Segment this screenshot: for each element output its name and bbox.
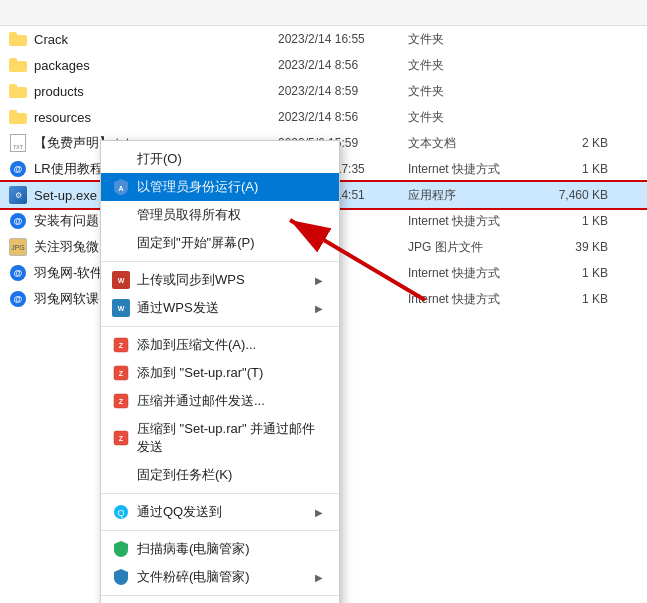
menu-item-label: 管理员取得所有权 [137,206,323,224]
menu-separator [101,493,339,494]
submenu-arrow-icon: ▶ [315,507,323,518]
file-date: 2023/2/14 8:56 [278,110,408,124]
context-menu: 打开(O) A 以管理员身份运行(A)管理员取得所有权固定到"开始"屏幕(P)W… [100,140,340,603]
menu-item-label: 压缩到 "Set-up.rar" 并通过邮件发送 [137,420,323,456]
submenu-arrow-icon: ▶ [315,275,323,286]
file-type: Internet 快捷方式 [408,213,528,230]
menu-item-label: 固定到"开始"屏幕(P) [137,234,323,252]
menu-item-run-as-admin[interactable]: A 以管理员身份运行(A) [101,173,339,201]
menu-item-send-qq[interactable]: Q 通过QQ发送到▶ [101,498,339,526]
file-name: resources [34,110,278,125]
file-icon: @ [8,289,28,309]
file-icon: @ [8,159,28,179]
file-date: 2023/2/14 16:55 [278,32,408,46]
menu-item-compress-email[interactable]: Z 压缩并通过邮件发送... [101,387,339,415]
compress-icon: Z [111,393,131,409]
folder-icon [9,84,27,98]
menu-item-shred[interactable]: 文件粉碎(电脑管家)▶ [101,563,339,591]
submenu-arrow-icon: ▶ [315,303,323,314]
shield-blue-icon [111,569,131,585]
file-type: Internet 快捷方式 [408,291,528,308]
menu-item-label: 添加到 "Set-up.rar"(T) [137,364,323,382]
folder-icon [9,110,27,124]
file-size: 7,460 KB [528,188,608,202]
svg-text:Z: Z [119,342,124,349]
file-size: 1 KB [528,214,608,228]
menu-item-take-ownership[interactable]: 管理员取得所有权 [101,201,339,229]
file-size: 2 KB [528,136,608,150]
svg-text:Z: Z [119,370,124,377]
file-icon: @ [8,263,28,283]
file-name: products [34,84,278,99]
menu-item-scan-virus[interactable]: 扫描病毒(电脑管家) [101,535,339,563]
file-type: JPG 图片文件 [408,239,528,256]
file-type: 文件夹 [408,109,528,126]
menu-item-open[interactable]: 打开(O) [101,145,339,173]
file-icon [8,29,28,49]
menu-item-send-wps[interactable]: W通过WPS发送▶ [101,294,339,322]
svg-text:Z: Z [119,435,124,442]
url-icon: @ [10,291,26,307]
file-date: 2023/2/14 8:59 [278,84,408,98]
file-type: Internet 快捷方式 [408,265,528,282]
column-headers [0,0,647,26]
file-type: 文件夹 [408,57,528,74]
file-explorer: Crack 2023/2/14 16:55 文件夹 packages 2023/… [0,0,647,603]
file-icon [8,81,28,101]
menu-item-upload-wps[interactable]: W上传或同步到WPS▶ [101,266,339,294]
menu-item-label: 上传或同步到WPS [137,271,315,289]
wps-blue-icon: W [111,299,131,317]
svg-text:A: A [118,185,123,192]
file-size: 1 KB [528,292,608,306]
file-icon [8,107,28,127]
menu-item-label: 以管理员身份运行(A) [137,178,323,196]
submenu-arrow-icon: ▶ [315,572,323,583]
url-icon: @ [10,213,26,229]
compress-icon: Z [111,430,131,446]
menu-item-label: 扫描病毒(电脑管家) [137,540,323,558]
compress-icon: Z [111,337,131,353]
file-size: 1 KB [528,162,608,176]
menu-item-label: 添加到压缩文件(A)... [137,336,323,354]
file-item-packages[interactable]: packages 2023/2/14 8:56 文件夹 [0,52,647,78]
svg-text:Z: Z [119,398,124,405]
file-size: 39 KB [528,240,608,254]
menu-item-add-compress[interactable]: Z 添加到压缩文件(A)... [101,331,339,359]
menu-item-label: 通过QQ发送到 [137,503,315,521]
shield-icon: A [111,179,131,195]
file-name: Crack [34,32,278,47]
menu-item-pin-taskbar[interactable]: 固定到任务栏(K) [101,461,339,489]
menu-item-add-rar[interactable]: Z 添加到 "Set-up.rar"(T) [101,359,339,387]
menu-item-label: 固定到任务栏(K) [137,466,323,484]
menu-item-label: 文件粉碎(电脑管家) [137,568,315,586]
file-type: 文件夹 [408,31,528,48]
shield-green-icon [111,541,131,557]
exe-icon: ⚙ [9,186,27,204]
menu-separator [101,261,339,262]
menu-item-label: 压缩并通过邮件发送... [137,392,323,410]
txt-icon [10,134,26,152]
menu-item-compress-rar-email[interactable]: Z 压缩到 "Set-up.rar" 并通过邮件发送 [101,415,339,461]
wps-icon: W [111,271,131,289]
folder-icon [9,58,27,72]
qq-icon: Q [111,504,131,520]
svg-text:Q: Q [117,508,124,518]
file-icon [8,133,28,153]
file-item-products[interactable]: products 2023/2/14 8:59 文件夹 [0,78,647,104]
file-icon: ⚙ [8,185,28,205]
menu-separator [101,326,339,327]
file-item-crack[interactable]: Crack 2023/2/14 16:55 文件夹 [0,26,647,52]
file-type: 文本文档 [408,135,528,152]
url-icon: @ [10,161,26,177]
menu-item-label: 通过WPS发送 [137,299,315,317]
menu-item-label: 打开(O) [137,150,323,168]
file-item-resources[interactable]: resources 2023/2/14 8:56 文件夹 [0,104,647,130]
file-type: 文件夹 [408,83,528,100]
file-icon: JPG [8,237,28,257]
jpg-icon: JPG [9,238,27,256]
menu-separator [101,595,339,596]
menu-item-pin-start[interactable]: 固定到"开始"屏幕(P) [101,229,339,257]
file-date: 2023/2/14 8:56 [278,58,408,72]
url-icon: @ [10,265,26,281]
file-name: packages [34,58,278,73]
